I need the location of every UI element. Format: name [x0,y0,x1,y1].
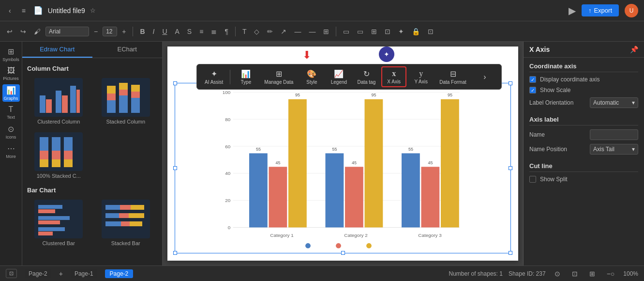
grid-button[interactable]: ⊞ [320,26,332,37]
show-split-checkbox[interactable] [529,176,536,183]
tab-echart[interactable]: EChart [92,42,163,58]
coordinate-axis-section: Coordinate axis ✓ Display coordinate axi… [529,62,638,108]
name-position-select[interactable]: Axis Tail ▾ [590,144,638,155]
layout-toggle-button[interactable]: ⊡ [6,269,17,278]
handle-ml[interactable] [173,166,177,170]
pin-icon[interactable]: 📌 [630,46,638,53]
style-button[interactable]: 🎨 Style [299,67,324,87]
bold-button[interactable]: B [137,26,148,37]
ai-panel-button[interactable]: ✦ [379,47,394,62]
style-icon: 🎨 [307,69,316,78]
page-1-tab[interactable]: Page-1 [71,269,97,278]
italic-button[interactable]: I [150,26,158,37]
star-icon[interactable]: ☆ [90,7,96,14]
underline-button[interactable]: U [159,26,170,37]
lock-button[interactable]: 🔒 [409,26,423,37]
svg-text:0: 0 [228,225,231,230]
undo-button[interactable]: ↩ [4,26,15,37]
svg-text:45: 45 [352,160,357,165]
chart-item-clustered-column[interactable]: Clustered Column [27,76,90,126]
sidebar-item-symbols[interactable]: ⊞ Symbols [2,46,20,63]
menu-button[interactable]: ≡ [19,5,29,16]
status-icon-1[interactable]: ⊙ [552,268,563,280]
run-button[interactable]: ▶ [569,5,576,16]
more-tools-button[interactable]: ⊡ [425,26,436,37]
sidebar-item-icons[interactable]: ⊙ Icons [2,123,20,140]
page-2-tab[interactable]: Page-2 [25,269,51,278]
100-stacked-label: 100% Stacked C... [37,173,81,179]
svg-rect-16 [40,151,48,159]
arrange-button[interactable]: ⊞ [368,26,380,37]
sidebar-item-graphs[interactable]: 📊 Graphs [2,84,20,102]
slide-canvas[interactable]: ⬇ ✦ AI Assist 📊 Type ⊞ Manage Data 🎨 Sty… [167,47,518,261]
chart-item-stacked-column[interactable]: Stacked Column [94,76,158,126]
svg-rect-63 [402,153,420,227]
chart-item-stacked-bar[interactable]: Stacked Bar [94,198,158,248]
svg-rect-9 [119,95,128,113]
100-stacked-thumb [34,132,83,171]
more-chart-button[interactable]: › [472,71,497,83]
effects-button[interactable]: ✦ [395,26,407,37]
handle-tr[interactable] [509,81,512,85]
file-icon: 📄 [33,6,43,15]
font-color-button[interactable]: A [172,26,182,37]
handle-mr[interactable] [509,166,512,170]
status-icon-2[interactable]: ⊡ [569,268,581,280]
status-icon-3[interactable]: ⊞ [586,268,598,280]
type-icon: 📊 [241,69,251,78]
left-sidebar: Edraw Chart EChart Column Chart [22,42,163,265]
label-orientation-select[interactable]: Automatic ▾ [590,97,638,108]
sidebar-item-more[interactable]: ⋯ More [2,142,20,160]
data-tag-button[interactable]: ↻ Data tag [353,67,379,87]
align-button[interactable]: ≡ [196,26,206,37]
avatar[interactable]: U [625,4,638,17]
x-axis-button[interactable]: x X Axis [381,66,406,87]
type-button[interactable]: 📊 Type [233,67,258,87]
data-format-button[interactable]: ⊟ Data Format [435,67,470,87]
list-button[interactable]: ≣ [208,26,220,37]
panel-body: Coordinate axis ✓ Display coordinate axi… [524,58,644,265]
pencil-button[interactable]: ✏ [264,26,276,37]
handle-bl[interactable] [173,251,177,255]
connector-button[interactable]: ↗ [278,26,289,37]
manage-data-button[interactable]: ⊞ Manage Data [260,67,297,87]
line-color-button[interactable]: — [306,26,318,37]
shapes-button[interactable]: ◇ [251,26,262,37]
add-page-button[interactable]: + [59,270,63,278]
y-axis-button[interactable]: y Y Axis [408,67,434,86]
panel-button[interactable]: ▭ [340,26,352,37]
sidebar-item-text[interactable]: T Text [2,104,20,121]
notes-button[interactable]: ▭ [354,26,366,37]
strikethrough-button[interactable]: S [184,26,195,37]
tab-edraw-chart[interactable]: Edraw Chart [22,42,92,58]
back-button[interactable]: ‹ [6,5,14,16]
format-button[interactable]: 🖌 [31,26,44,37]
handle-tl[interactable] [173,81,177,85]
page-2-active-tab[interactable]: Page-2 [105,269,134,278]
handle-br[interactable] [509,251,512,255]
font-size-input[interactable] [45,27,89,36]
chart-item-100-stacked[interactable]: 100% Stacked C... [27,130,90,181]
chart-item-clustered-bar[interactable]: Clustered Bar [27,198,90,248]
font-size-minus[interactable]: − [91,26,101,37]
redo-button[interactable]: ↪ [17,26,29,37]
canvas-area[interactable]: ⬇ ✦ AI Assist 📊 Type ⊞ Manage Data 🎨 Sty… [163,42,523,265]
layout-button[interactable]: ⊡ [382,26,393,37]
file-title: Untitled file9 [48,7,85,15]
text-button[interactable]: T [240,26,250,37]
sidebar-item-pictures[interactable]: 🖼 Pictures [2,65,20,82]
font-size-plus[interactable]: + [119,26,129,37]
export-button[interactable]: ↑ Export [582,4,619,16]
svg-rect-33 [105,213,119,218]
line-style-button[interactable]: — [291,26,304,37]
handle-bm[interactable] [341,251,345,255]
text-format-button[interactable]: ¶ [222,26,231,37]
zoom-out-button[interactable]: −○ [604,268,618,280]
display-coord-axis-checkbox[interactable]: ✓ [529,76,536,83]
show-scale-checkbox[interactable]: ✓ [529,87,536,94]
font-size-value[interactable] [103,27,117,36]
graphs-icon: 📊 [6,86,16,95]
ai-assist-button[interactable]: ✦ AI Assist [201,67,227,87]
legend-button[interactable]: 📈 Legend [326,67,351,87]
axis-name-input[interactable] [590,129,638,140]
